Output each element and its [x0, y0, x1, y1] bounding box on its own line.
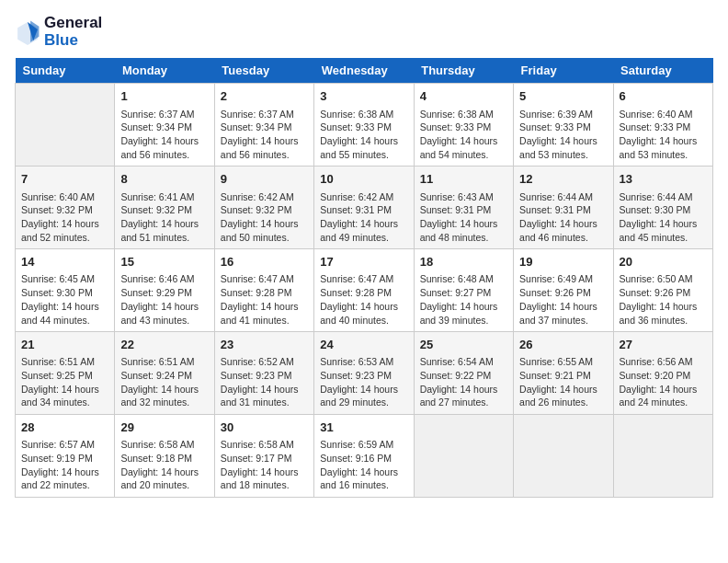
- day-number: 16: [221, 254, 308, 270]
- calendar-cell: 4Sunrise: 6:38 AMSunset: 9:33 PMDaylight…: [414, 84, 513, 167]
- day-info: Sunrise: 6:45 AMSunset: 9:30 PMDaylight:…: [21, 272, 108, 327]
- calendar-cell: 2Sunrise: 6:37 AMSunset: 9:34 PMDaylight…: [214, 84, 313, 167]
- day-number: 13: [620, 171, 707, 188]
- day-info: Sunrise: 6:48 AMSunset: 9:27 PMDaylight:…: [420, 272, 507, 327]
- day-number: 3: [320, 88, 407, 105]
- day-info: Sunrise: 6:51 AMSunset: 9:24 PMDaylight:…: [120, 355, 208, 409]
- weekday-header: Thursday: [414, 58, 513, 84]
- day-number: 23: [221, 337, 308, 353]
- day-number: 21: [21, 337, 108, 353]
- day-info: Sunrise: 6:47 AMSunset: 9:28 PMDaylight:…: [221, 272, 308, 327]
- day-number: 14: [21, 254, 108, 270]
- day-number: 17: [320, 254, 407, 270]
- calendar-cell: 1Sunrise: 6:37 AMSunset: 9:34 PMDaylight…: [115, 84, 214, 167]
- calendar-cell: [514, 415, 613, 498]
- day-info: Sunrise: 6:53 AMSunset: 9:23 PMDaylight:…: [320, 355, 407, 409]
- day-info: Sunrise: 6:55 AMSunset: 9:21 PMDaylight:…: [519, 355, 607, 409]
- day-number: 28: [21, 419, 108, 436]
- weekday-header: Wednesday: [314, 58, 414, 84]
- calendar-cell: 20Sunrise: 6:50 AMSunset: 9:26 PMDayligh…: [613, 249, 712, 332]
- weekday-header: Saturday: [613, 58, 712, 84]
- day-info: Sunrise: 6:38 AMSunset: 9:33 PMDaylight:…: [420, 108, 507, 162]
- day-number: 8: [120, 171, 208, 188]
- calendar-cell: 30Sunrise: 6:58 AMSunset: 9:17 PMDayligh…: [214, 415, 313, 498]
- day-number: 6: [620, 88, 707, 105]
- day-info: Sunrise: 6:50 AMSunset: 9:26 PMDaylight:…: [620, 272, 707, 327]
- day-info: Sunrise: 6:58 AMSunset: 9:17 PMDaylight:…: [221, 438, 308, 492]
- calendar-cell: 21Sunrise: 6:51 AMSunset: 9:25 PMDayligh…: [16, 332, 115, 415]
- day-number: 5: [519, 88, 607, 105]
- day-number: 4: [420, 88, 507, 105]
- day-number: 30: [221, 419, 308, 436]
- calendar-week-row: 28Sunrise: 6:57 AMSunset: 9:19 PMDayligh…: [16, 415, 713, 498]
- day-number: 9: [221, 171, 308, 188]
- day-number: 2: [221, 88, 308, 105]
- calendar-cell: 27Sunrise: 6:56 AMSunset: 9:20 PMDayligh…: [613, 332, 712, 415]
- calendar-week-row: 1Sunrise: 6:37 AMSunset: 9:34 PMDaylight…: [16, 84, 713, 167]
- day-info: Sunrise: 6:56 AMSunset: 9:20 PMDaylight:…: [620, 355, 707, 409]
- day-number: 20: [620, 254, 707, 270]
- day-number: 1: [120, 88, 208, 105]
- calendar-cell: 22Sunrise: 6:51 AMSunset: 9:24 PMDayligh…: [115, 332, 214, 415]
- day-info: Sunrise: 6:42 AMSunset: 9:32 PMDaylight:…: [221, 190, 308, 245]
- weekday-header: Monday: [115, 58, 214, 84]
- day-number: 11: [420, 171, 507, 188]
- day-info: Sunrise: 6:57 AMSunset: 9:19 PMDaylight:…: [21, 438, 108, 492]
- calendar-cell: 6Sunrise: 6:40 AMSunset: 9:33 PMDaylight…: [613, 84, 712, 167]
- calendar-cell: 14Sunrise: 6:45 AMSunset: 9:30 PMDayligh…: [16, 249, 115, 332]
- day-info: Sunrise: 6:40 AMSunset: 9:32 PMDaylight:…: [21, 190, 108, 245]
- logo-icon: [15, 19, 40, 45]
- day-info: Sunrise: 6:54 AMSunset: 9:22 PMDaylight:…: [420, 355, 507, 409]
- calendar-week-row: 7Sunrise: 6:40 AMSunset: 9:32 PMDaylight…: [16, 167, 713, 249]
- day-number: 19: [519, 254, 607, 270]
- calendar-week-row: 21Sunrise: 6:51 AMSunset: 9:25 PMDayligh…: [16, 332, 713, 415]
- logo: General Blue: [15, 15, 102, 49]
- day-info: Sunrise: 6:44 AMSunset: 9:30 PMDaylight:…: [620, 190, 707, 245]
- day-info: Sunrise: 6:44 AMSunset: 9:31 PMDaylight:…: [519, 190, 607, 245]
- calendar-cell: 31Sunrise: 6:59 AMSunset: 9:16 PMDayligh…: [314, 415, 414, 498]
- calendar-week-row: 14Sunrise: 6:45 AMSunset: 9:30 PMDayligh…: [16, 249, 713, 332]
- calendar-cell: [16, 84, 115, 167]
- day-number: 22: [120, 337, 208, 353]
- calendar-cell: [613, 415, 712, 498]
- weekday-header: Sunday: [16, 58, 115, 84]
- calendar-cell: 12Sunrise: 6:44 AMSunset: 9:31 PMDayligh…: [514, 167, 613, 249]
- day-info: Sunrise: 6:39 AMSunset: 9:33 PMDaylight:…: [519, 108, 607, 162]
- calendar-cell: 19Sunrise: 6:49 AMSunset: 9:26 PMDayligh…: [514, 249, 613, 332]
- calendar-cell: 10Sunrise: 6:42 AMSunset: 9:31 PMDayligh…: [314, 167, 414, 249]
- day-info: Sunrise: 6:37 AMSunset: 9:34 PMDaylight:…: [120, 108, 208, 162]
- day-info: Sunrise: 6:37 AMSunset: 9:34 PMDaylight:…: [221, 108, 308, 162]
- day-info: Sunrise: 6:46 AMSunset: 9:29 PMDaylight:…: [120, 272, 208, 327]
- logo-text: General Blue: [44, 15, 102, 49]
- calendar-cell: 26Sunrise: 6:55 AMSunset: 9:21 PMDayligh…: [514, 332, 613, 415]
- calendar-cell: 5Sunrise: 6:39 AMSunset: 9:33 PMDaylight…: [514, 84, 613, 167]
- calendar-cell: 25Sunrise: 6:54 AMSunset: 9:22 PMDayligh…: [414, 332, 513, 415]
- calendar-cell: 28Sunrise: 6:57 AMSunset: 9:19 PMDayligh…: [16, 415, 115, 498]
- day-info: Sunrise: 6:41 AMSunset: 9:32 PMDaylight:…: [120, 190, 208, 245]
- day-info: Sunrise: 6:43 AMSunset: 9:31 PMDaylight:…: [420, 190, 507, 245]
- day-info: Sunrise: 6:58 AMSunset: 9:18 PMDaylight:…: [120, 438, 208, 492]
- day-number: 24: [320, 337, 407, 353]
- day-info: Sunrise: 6:51 AMSunset: 9:25 PMDaylight:…: [21, 355, 108, 409]
- weekday-header: Friday: [514, 58, 613, 84]
- page-header: General Blue: [15, 15, 713, 49]
- day-number: 15: [120, 254, 208, 270]
- calendar-cell: 29Sunrise: 6:58 AMSunset: 9:18 PMDayligh…: [115, 415, 214, 498]
- calendar-cell: [414, 415, 513, 498]
- calendar-cell: 24Sunrise: 6:53 AMSunset: 9:23 PMDayligh…: [314, 332, 414, 415]
- calendar-cell: 23Sunrise: 6:52 AMSunset: 9:23 PMDayligh…: [214, 332, 313, 415]
- day-number: 10: [320, 171, 407, 188]
- day-info: Sunrise: 6:38 AMSunset: 9:33 PMDaylight:…: [320, 108, 407, 162]
- calendar-cell: 7Sunrise: 6:40 AMSunset: 9:32 PMDaylight…: [16, 167, 115, 249]
- calendar-cell: 8Sunrise: 6:41 AMSunset: 9:32 PMDaylight…: [115, 167, 214, 249]
- calendar-cell: 15Sunrise: 6:46 AMSunset: 9:29 PMDayligh…: [115, 249, 214, 332]
- day-number: 27: [620, 337, 707, 353]
- day-number: 25: [420, 337, 507, 353]
- calendar-cell: 16Sunrise: 6:47 AMSunset: 9:28 PMDayligh…: [214, 249, 313, 332]
- calendar-cell: 17Sunrise: 6:47 AMSunset: 9:28 PMDayligh…: [314, 249, 414, 332]
- calendar-cell: 18Sunrise: 6:48 AMSunset: 9:27 PMDayligh…: [414, 249, 513, 332]
- weekday-header-row: SundayMondayTuesdayWednesdayThursdayFrid…: [16, 58, 713, 84]
- calendar-table: SundayMondayTuesdayWednesdayThursdayFrid…: [15, 58, 713, 498]
- day-info: Sunrise: 6:49 AMSunset: 9:26 PMDaylight:…: [519, 272, 607, 327]
- calendar-cell: 9Sunrise: 6:42 AMSunset: 9:32 PMDaylight…: [214, 167, 313, 249]
